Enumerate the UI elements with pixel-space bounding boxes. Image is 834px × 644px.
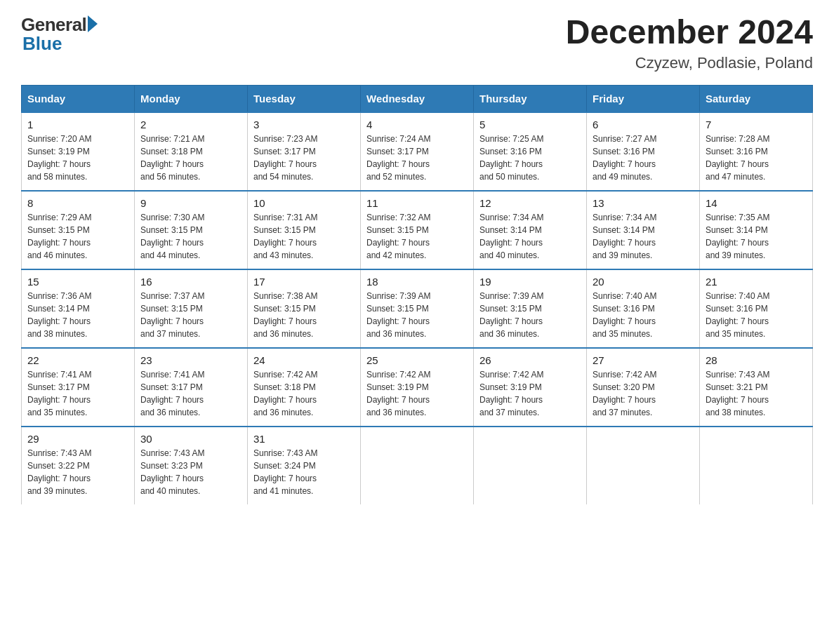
calendar-cell bbox=[474, 427, 587, 504]
calendar-cell: 26 Sunrise: 7:42 AMSunset: 3:19 PMDaylig… bbox=[474, 348, 587, 427]
calendar-cell: 20 Sunrise: 7:40 AMSunset: 3:16 PMDaylig… bbox=[587, 269, 700, 348]
day-info: Sunrise: 7:39 AMSunset: 3:15 PMDaylight:… bbox=[366, 291, 430, 339]
calendar-cell: 9 Sunrise: 7:30 AMSunset: 3:15 PMDayligh… bbox=[135, 191, 248, 269]
day-number: 7 bbox=[706, 119, 807, 130]
calendar-cell: 3 Sunrise: 7:23 AMSunset: 3:17 PMDayligh… bbox=[248, 112, 361, 191]
title-block: December 2024 Czyzew, Podlasie, Poland bbox=[566, 14, 813, 72]
day-info: Sunrise: 7:32 AMSunset: 3:15 PMDaylight:… bbox=[366, 213, 430, 260]
logo-blue-text: Blue bbox=[22, 33, 62, 55]
day-info: Sunrise: 7:38 AMSunset: 3:15 PMDaylight:… bbox=[253, 291, 317, 339]
weekday-header-monday: Monday bbox=[135, 85, 248, 112]
day-number: 28 bbox=[706, 354, 807, 366]
day-info: Sunrise: 7:34 AMSunset: 3:14 PMDaylight:… bbox=[593, 213, 656, 260]
calendar-header-row: SundayMondayTuesdayWednesdayThursdayFrid… bbox=[22, 85, 813, 112]
weekday-header-saturday: Saturday bbox=[700, 85, 813, 112]
weekday-header-friday: Friday bbox=[587, 85, 700, 112]
calendar-cell: 11 Sunrise: 7:32 AMSunset: 3:15 PMDaylig… bbox=[361, 191, 474, 269]
page-header: General Blue December 2024 Czyzew, Podla… bbox=[21, 14, 813, 72]
day-number: 22 bbox=[27, 354, 128, 366]
weekday-header-sunday: Sunday bbox=[22, 85, 135, 112]
day-info: Sunrise: 7:40 AMSunset: 3:16 PMDaylight:… bbox=[706, 291, 769, 339]
calendar-cell: 5 Sunrise: 7:25 AMSunset: 3:16 PMDayligh… bbox=[474, 112, 587, 191]
calendar-cell: 18 Sunrise: 7:39 AMSunset: 3:15 PMDaylig… bbox=[361, 269, 474, 348]
day-info: Sunrise: 7:40 AMSunset: 3:16 PMDaylight:… bbox=[593, 291, 656, 339]
calendar-cell: 15 Sunrise: 7:36 AMSunset: 3:14 PMDaylig… bbox=[22, 269, 135, 348]
day-number: 21 bbox=[706, 276, 807, 288]
day-number: 23 bbox=[140, 354, 241, 366]
day-info: Sunrise: 7:42 AMSunset: 3:19 PMDaylight:… bbox=[479, 370, 543, 417]
calendar-cell: 2 Sunrise: 7:21 AMSunset: 3:18 PMDayligh… bbox=[135, 112, 248, 191]
calendar-cell: 29 Sunrise: 7:43 AMSunset: 3:22 PMDaylig… bbox=[22, 427, 135, 504]
calendar-table: SundayMondayTuesdayWednesdayThursdayFrid… bbox=[21, 85, 813, 504]
day-info: Sunrise: 7:25 AMSunset: 3:16 PMDaylight:… bbox=[479, 134, 543, 182]
day-info: Sunrise: 7:27 AMSunset: 3:16 PMDaylight:… bbox=[593, 134, 656, 182]
day-number: 16 bbox=[140, 276, 241, 288]
day-info: Sunrise: 7:31 AMSunset: 3:15 PMDaylight:… bbox=[253, 213, 317, 260]
day-info: Sunrise: 7:36 AMSunset: 3:14 PMDaylight:… bbox=[27, 291, 91, 339]
calendar-week-row: 8 Sunrise: 7:29 AMSunset: 3:15 PMDayligh… bbox=[22, 191, 813, 269]
calendar-cell: 21 Sunrise: 7:40 AMSunset: 3:16 PMDaylig… bbox=[700, 269, 813, 348]
calendar-cell bbox=[700, 427, 813, 504]
day-number: 4 bbox=[366, 119, 468, 130]
day-info: Sunrise: 7:20 AMSunset: 3:19 PMDaylight:… bbox=[27, 134, 91, 182]
day-info: Sunrise: 7:24 AMSunset: 3:17 PMDaylight:… bbox=[366, 134, 430, 182]
day-number: 17 bbox=[253, 276, 355, 288]
day-info: Sunrise: 7:43 AMSunset: 3:24 PMDaylight:… bbox=[253, 448, 317, 496]
calendar-cell: 12 Sunrise: 7:34 AMSunset: 3:14 PMDaylig… bbox=[474, 191, 587, 269]
day-number: 14 bbox=[706, 197, 807, 209]
day-number: 30 bbox=[140, 433, 241, 445]
weekday-header-wednesday: Wednesday bbox=[361, 85, 474, 112]
day-number: 15 bbox=[27, 276, 128, 288]
weekday-header-tuesday: Tuesday bbox=[248, 85, 361, 112]
day-info: Sunrise: 7:43 AMSunset: 3:23 PMDaylight:… bbox=[140, 448, 204, 496]
calendar-cell: 14 Sunrise: 7:35 AMSunset: 3:14 PMDaylig… bbox=[700, 191, 813, 269]
day-number: 26 bbox=[479, 354, 581, 366]
day-info: Sunrise: 7:39 AMSunset: 3:15 PMDaylight:… bbox=[479, 291, 543, 339]
day-number: 3 bbox=[253, 119, 355, 130]
day-number: 1 bbox=[27, 119, 128, 130]
day-info: Sunrise: 7:34 AMSunset: 3:14 PMDaylight:… bbox=[479, 213, 543, 260]
day-number: 11 bbox=[366, 197, 468, 209]
calendar-title: December 2024 bbox=[566, 14, 813, 51]
calendar-cell: 6 Sunrise: 7:27 AMSunset: 3:16 PMDayligh… bbox=[587, 112, 700, 191]
day-info: Sunrise: 7:30 AMSunset: 3:15 PMDaylight:… bbox=[140, 213, 204, 260]
day-info: Sunrise: 7:37 AMSunset: 3:15 PMDaylight:… bbox=[140, 291, 204, 339]
day-info: Sunrise: 7:35 AMSunset: 3:14 PMDaylight:… bbox=[706, 213, 769, 260]
day-info: Sunrise: 7:41 AMSunset: 3:17 PMDaylight:… bbox=[27, 370, 91, 417]
calendar-week-row: 29 Sunrise: 7:43 AMSunset: 3:22 PMDaylig… bbox=[22, 427, 813, 504]
calendar-cell: 23 Sunrise: 7:41 AMSunset: 3:17 PMDaylig… bbox=[135, 348, 248, 427]
logo-arrow-icon bbox=[88, 15, 98, 32]
day-number: 19 bbox=[479, 276, 581, 288]
calendar-week-row: 1 Sunrise: 7:20 AMSunset: 3:19 PMDayligh… bbox=[22, 112, 813, 191]
calendar-cell: 19 Sunrise: 7:39 AMSunset: 3:15 PMDaylig… bbox=[474, 269, 587, 348]
day-number: 31 bbox=[253, 433, 355, 445]
day-info: Sunrise: 7:43 AMSunset: 3:22 PMDaylight:… bbox=[27, 448, 91, 496]
day-number: 27 bbox=[593, 354, 694, 366]
calendar-cell: 7 Sunrise: 7:28 AMSunset: 3:16 PMDayligh… bbox=[700, 112, 813, 191]
day-number: 12 bbox=[479, 197, 581, 209]
calendar-cell: 25 Sunrise: 7:42 AMSunset: 3:19 PMDaylig… bbox=[361, 348, 474, 427]
day-number: 25 bbox=[366, 354, 468, 366]
calendar-cell: 10 Sunrise: 7:31 AMSunset: 3:15 PMDaylig… bbox=[248, 191, 361, 269]
calendar-cell: 30 Sunrise: 7:43 AMSunset: 3:23 PMDaylig… bbox=[135, 427, 248, 504]
calendar-cell bbox=[587, 427, 700, 504]
calendar-cell: 8 Sunrise: 7:29 AMSunset: 3:15 PMDayligh… bbox=[22, 191, 135, 269]
calendar-cell: 24 Sunrise: 7:42 AMSunset: 3:18 PMDaylig… bbox=[248, 348, 361, 427]
day-number: 24 bbox=[253, 354, 355, 366]
day-number: 20 bbox=[593, 276, 694, 288]
calendar-cell bbox=[361, 427, 474, 504]
day-number: 29 bbox=[27, 433, 128, 445]
calendar-week-row: 15 Sunrise: 7:36 AMSunset: 3:14 PMDaylig… bbox=[22, 269, 813, 348]
day-info: Sunrise: 7:43 AMSunset: 3:21 PMDaylight:… bbox=[706, 370, 769, 417]
day-number: 5 bbox=[479, 119, 581, 130]
calendar-cell: 31 Sunrise: 7:43 AMSunset: 3:24 PMDaylig… bbox=[248, 427, 361, 504]
calendar-cell: 17 Sunrise: 7:38 AMSunset: 3:15 PMDaylig… bbox=[248, 269, 361, 348]
day-info: Sunrise: 7:23 AMSunset: 3:17 PMDaylight:… bbox=[253, 134, 317, 182]
day-number: 9 bbox=[140, 197, 241, 209]
calendar-cell: 13 Sunrise: 7:34 AMSunset: 3:14 PMDaylig… bbox=[587, 191, 700, 269]
day-info: Sunrise: 7:42 AMSunset: 3:20 PMDaylight:… bbox=[593, 370, 656, 417]
calendar-subtitle: Czyzew, Podlasie, Poland bbox=[566, 54, 813, 72]
day-info: Sunrise: 7:42 AMSunset: 3:18 PMDaylight:… bbox=[253, 370, 317, 417]
day-number: 18 bbox=[366, 276, 468, 288]
logo: General Blue bbox=[21, 14, 98, 55]
